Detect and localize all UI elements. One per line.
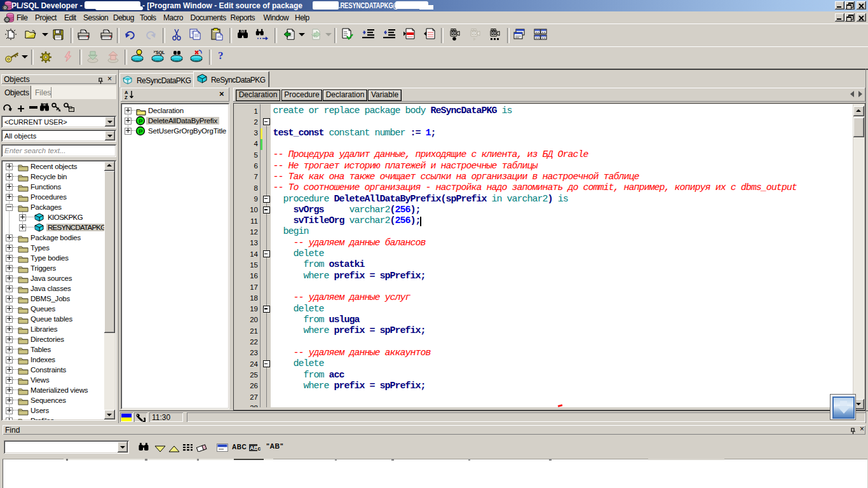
svg-text:P: P: [139, 128, 143, 135]
svg-text:c: c: [257, 445, 261, 452]
svg-text:Z: Z: [125, 95, 128, 100]
svg-text:P: P: [139, 118, 143, 125]
svg-text:SQL: SQL: [156, 50, 165, 55]
